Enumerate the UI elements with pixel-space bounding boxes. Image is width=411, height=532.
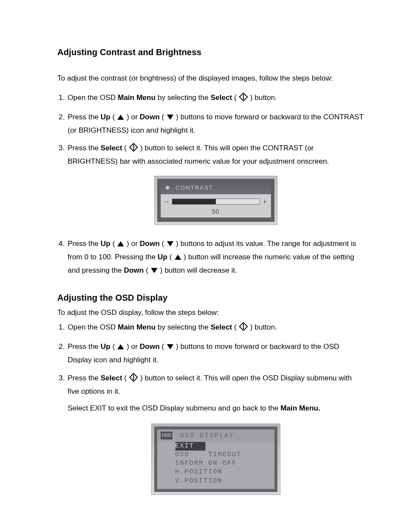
- step-1: Open the OSD Main Menu by selecting the …: [67, 321, 364, 335]
- text: (: [122, 374, 129, 382]
- text: ) button.: [248, 93, 277, 102]
- osd-title-row: OSD OSD DISPLAY: [157, 429, 274, 442]
- up-triangle-icon: [117, 240, 125, 251]
- text: (: [110, 240, 117, 248]
- up-triangle-icon: [174, 253, 182, 264]
- contrast-panel-header: CONTRAST: [161, 182, 271, 194]
- text: Press the: [68, 144, 101, 152]
- text: (: [160, 113, 166, 121]
- step-3: Press the Select ( ) button to select it…: [67, 142, 364, 225]
- text: Press the: [68, 342, 101, 351]
- bold: Up: [101, 342, 111, 351]
- contrast-panel-inner: CONTRAST − + 50: [157, 179, 274, 222]
- osd-item-timeout: OSD TIMEOUT: [175, 451, 274, 459]
- bold: Select: [101, 144, 122, 152]
- text: (: [110, 342, 117, 351]
- text: by selecting the: [156, 323, 211, 331]
- contrast-disc-icon: [165, 185, 171, 191]
- contrast-bar: [172, 199, 260, 205]
- heading-contrast-brightness: Adjusting Contrast and Brightness: [57, 47, 364, 57]
- bold: Select: [211, 93, 232, 102]
- select-icon: [129, 143, 138, 156]
- bold: Main Menu.: [280, 404, 321, 412]
- text: (: [144, 266, 150, 274]
- text: (: [122, 144, 129, 152]
- text: by selecting the: [156, 93, 211, 102]
- text: (: [110, 113, 117, 121]
- text: ) or: [125, 240, 140, 248]
- osd-item-vposition: V.POSITION: [175, 477, 274, 485]
- minus-label: −: [164, 197, 169, 206]
- bold: Up: [158, 253, 168, 261]
- text: Open the OSD: [68, 323, 118, 331]
- step-4: Press the Up ( ) or Down ( ) buttons to …: [67, 238, 364, 278]
- osd-item-hposition: H.POSITION: [175, 468, 274, 476]
- heading-osd-display: Adjusting the OSD Display: [57, 293, 364, 303]
- plus-label: +: [262, 197, 268, 206]
- select-icon: [129, 373, 138, 386]
- step-3: Press the Select ( ) button to select it…: [67, 372, 364, 495]
- down-triangle-icon: [166, 240, 174, 251]
- text: (: [160, 240, 166, 248]
- contrast-slider-row: − +: [161, 194, 271, 206]
- bold: Down: [140, 342, 159, 351]
- select-icon: [239, 322, 248, 335]
- contrast-bar-fill: [172, 199, 216, 204]
- text: Select EXIT to exit the OSD Display subm…: [68, 404, 280, 412]
- step-2: Press the Up ( ) or Down ( ) buttons to …: [67, 111, 364, 136]
- text: ) or: [125, 113, 140, 121]
- text: ) button.: [248, 323, 277, 331]
- bold: Select: [211, 323, 232, 331]
- down-triangle-icon: [166, 113, 174, 124]
- contrast-value: 50: [161, 207, 271, 218]
- text: Press the: [68, 374, 101, 382]
- steps-osd: Open the OSD Main Menu by selecting the …: [57, 321, 364, 495]
- up-triangle-icon: [117, 342, 125, 354]
- text: (: [232, 93, 239, 102]
- step-2: Press the Up ( ) or Down ( ) buttons to …: [67, 341, 364, 366]
- figure-osd-panel: OSD OSD DISPLAY EXIT OSD TIMEOUT INFORM …: [68, 423, 364, 495]
- text: (: [168, 253, 174, 261]
- figure-contrast-panel: CONTRAST − + 50: [68, 176, 364, 225]
- osd-item-exit: EXIT: [175, 442, 206, 451]
- exit-note: Select EXIT to exit the OSD Display subm…: [68, 402, 364, 414]
- text: ) or: [125, 342, 140, 351]
- text: Press the: [68, 113, 101, 121]
- osd-badge-icon: OSD: [161, 432, 173, 439]
- text: (: [160, 342, 166, 351]
- intro-contrast: To adjust the contrast (or brightness) o…: [57, 73, 364, 84]
- up-triangle-icon: [117, 113, 125, 124]
- osd-panel: OSD OSD DISPLAY EXIT OSD TIMEOUT INFORM …: [151, 423, 280, 495]
- steps-contrast: Open the OSD Main Menu by selecting the …: [57, 92, 364, 278]
- down-triangle-icon: [150, 266, 158, 278]
- contrast-title: CONTRAST: [176, 184, 214, 193]
- text: (: [232, 323, 239, 331]
- bold: Down: [124, 266, 143, 274]
- select-icon: [239, 92, 248, 105]
- text: Press the: [68, 240, 101, 248]
- bold: Main Menu: [118, 93, 156, 102]
- osd-panel-inner: OSD OSD DISPLAY EXIT OSD TIMEOUT INFORM …: [154, 426, 277, 492]
- text: Open the OSD: [68, 93, 118, 102]
- step-1: Open the OSD Main Menu by selecting the …: [67, 92, 364, 105]
- contrast-panel: CONTRAST − + 50: [154, 176, 277, 225]
- down-triangle-icon: [166, 342, 174, 354]
- osd-title: OSD DISPLAY: [180, 431, 234, 440]
- bold: Main Menu: [118, 323, 156, 331]
- bold: Down: [140, 240, 159, 248]
- bold: Up: [101, 240, 111, 248]
- bold: Up: [101, 113, 111, 121]
- text: ) button will decrease it.: [158, 266, 237, 274]
- bold: Select: [101, 374, 122, 382]
- osd-item-inform: INFORM ON-OFF: [175, 459, 274, 468]
- osd-menu-list: EXIT OSD TIMEOUT INFORM ON-OFF H.POSITIO…: [157, 442, 274, 489]
- intro-osd: To adjust the OSD display, follow the st…: [57, 307, 364, 318]
- document-page: Adjusting Contrast and Brightness To adj…: [0, 0, 411, 532]
- bold: Down: [140, 113, 159, 121]
